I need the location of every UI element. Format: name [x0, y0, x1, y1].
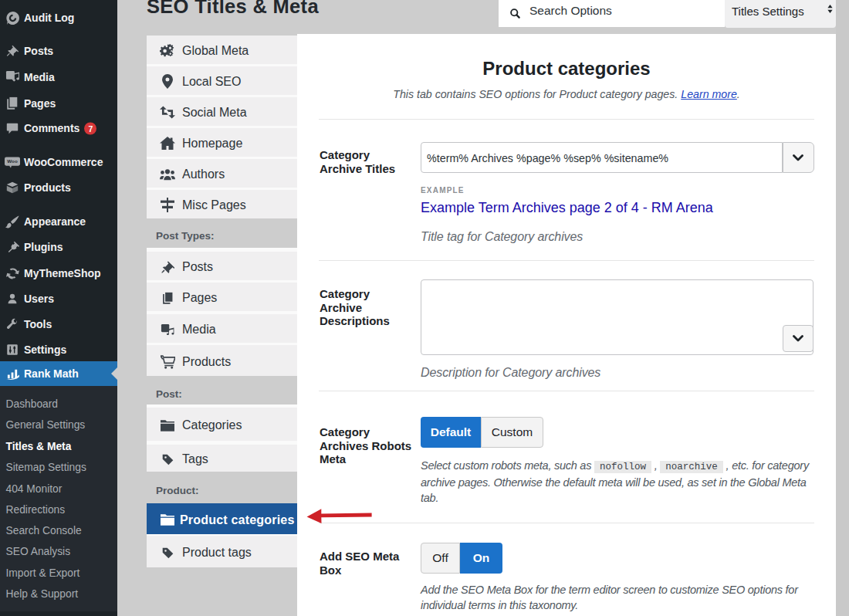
svg-text:Woo: Woo [7, 158, 18, 164]
